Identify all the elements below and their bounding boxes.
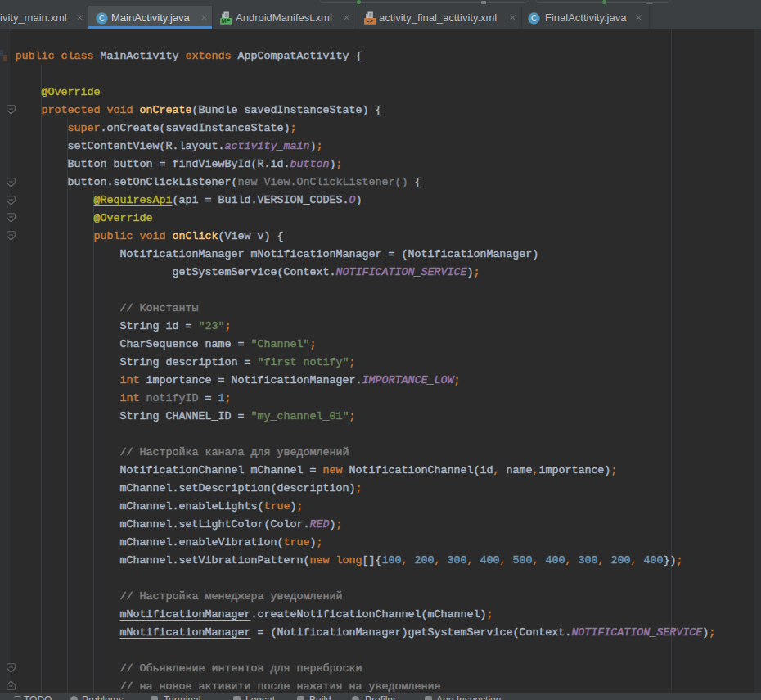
svg-text:<>: <> — [366, 17, 372, 25]
svg-text:C: C — [99, 14, 105, 23]
svg-text:MF: MF — [221, 17, 230, 25]
svg-text:C: C — [531, 14, 537, 23]
